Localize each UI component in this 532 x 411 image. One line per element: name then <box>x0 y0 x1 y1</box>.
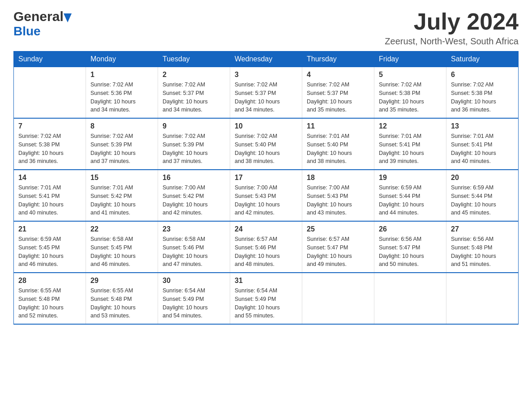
day-cell: 29Sunrise: 6:55 AM Sunset: 5:48 PM Dayli… <box>86 273 158 324</box>
day-cell <box>446 273 519 324</box>
day-cell: 10Sunrise: 7:02 AM Sunset: 5:40 PM Dayli… <box>230 118 302 170</box>
day-cell: 6Sunrise: 7:02 AM Sunset: 5:38 PM Daylig… <box>446 67 519 119</box>
day-info: Sunrise: 7:02 AM Sunset: 5:38 PM Dayligh… <box>18 132 81 166</box>
day-cell: 5Sunrise: 7:02 AM Sunset: 5:38 PM Daylig… <box>374 67 446 119</box>
day-info: Sunrise: 7:02 AM Sunset: 5:39 PM Dayligh… <box>90 132 153 166</box>
col-header-thursday: Thursday <box>302 51 374 67</box>
day-number: 1 <box>90 71 153 79</box>
day-cell <box>302 273 374 324</box>
day-info: Sunrise: 7:02 AM Sunset: 5:38 PM Dayligh… <box>379 81 442 114</box>
day-info: Sunrise: 6:55 AM Sunset: 5:48 PM Dayligh… <box>90 287 153 320</box>
day-cell: 18Sunrise: 7:00 AM Sunset: 5:43 PM Dayli… <box>302 170 374 221</box>
day-info: Sunrise: 7:01 AM Sunset: 5:42 PM Dayligh… <box>90 184 153 217</box>
day-cell: 2Sunrise: 7:02 AM Sunset: 5:37 PM Daylig… <box>158 67 230 119</box>
header-right: July 2024 Zeerust, North-West, South Afr… <box>385 9 519 47</box>
col-header-sunday: Sunday <box>14 51 86 67</box>
day-cell: 9Sunrise: 7:02 AM Sunset: 5:39 PM Daylig… <box>158 118 230 170</box>
day-info: Sunrise: 6:59 AM Sunset: 5:45 PM Dayligh… <box>18 235 81 269</box>
day-info: Sunrise: 6:57 AM Sunset: 5:46 PM Dayligh… <box>235 235 297 269</box>
day-number: 2 <box>163 71 225 79</box>
day-info: Sunrise: 7:00 AM Sunset: 5:42 PM Dayligh… <box>163 184 225 217</box>
svg-marker-0 <box>64 13 72 22</box>
day-number: 15 <box>90 174 153 182</box>
day-info: Sunrise: 7:01 AM Sunset: 5:41 PM Dayligh… <box>18 184 81 217</box>
day-info: Sunrise: 6:59 AM Sunset: 5:44 PM Dayligh… <box>379 184 442 217</box>
day-number: 4 <box>307 71 369 79</box>
day-number: 10 <box>235 122 297 130</box>
week-row-2: 7Sunrise: 7:02 AM Sunset: 5:38 PM Daylig… <box>14 118 519 170</box>
day-number: 5 <box>379 71 442 79</box>
day-info: Sunrise: 7:01 AM Sunset: 5:41 PM Dayligh… <box>451 132 514 166</box>
day-number: 26 <box>379 225 442 233</box>
day-cell: 4Sunrise: 7:02 AM Sunset: 5:37 PM Daylig… <box>302 67 374 119</box>
day-info: Sunrise: 7:01 AM Sunset: 5:41 PM Dayligh… <box>379 132 442 166</box>
month-year-title: July 2024 <box>385 9 519 34</box>
logo-general-text: General <box>13 9 64 24</box>
day-info: Sunrise: 7:01 AM Sunset: 5:40 PM Dayligh… <box>307 132 369 166</box>
day-cell: 27Sunrise: 6:56 AM Sunset: 5:48 PM Dayli… <box>446 221 519 273</box>
location-subtitle: Zeerust, North-West, South Africa <box>385 36 519 47</box>
day-info: Sunrise: 7:02 AM Sunset: 5:40 PM Dayligh… <box>235 132 297 166</box>
logo-blue-text: Blue <box>13 24 41 39</box>
day-info: Sunrise: 6:57 AM Sunset: 5:47 PM Dayligh… <box>307 235 369 269</box>
day-number: 22 <box>90 225 153 233</box>
day-number: 20 <box>451 174 514 182</box>
day-cell: 3Sunrise: 7:02 AM Sunset: 5:37 PM Daylig… <box>230 67 302 119</box>
logo-triangle-icon <box>64 13 72 22</box>
week-row-5: 28Sunrise: 6:55 AM Sunset: 5:48 PM Dayli… <box>14 273 519 324</box>
day-info: Sunrise: 7:02 AM Sunset: 5:37 PM Dayligh… <box>235 81 297 114</box>
col-header-friday: Friday <box>374 51 446 67</box>
day-number: 8 <box>90 122 153 130</box>
day-cell: 11Sunrise: 7:01 AM Sunset: 5:40 PM Dayli… <box>302 118 374 170</box>
day-number: 30 <box>163 277 225 285</box>
day-cell: 14Sunrise: 7:01 AM Sunset: 5:41 PM Dayli… <box>14 170 86 221</box>
day-number: 18 <box>307 174 369 182</box>
day-number: 6 <box>451 71 514 79</box>
day-cell: 23Sunrise: 6:58 AM Sunset: 5:46 PM Dayli… <box>158 221 230 273</box>
day-info: Sunrise: 7:02 AM Sunset: 5:38 PM Dayligh… <box>451 81 514 114</box>
day-cell: 8Sunrise: 7:02 AM Sunset: 5:39 PM Daylig… <box>86 118 158 170</box>
day-cell: 22Sunrise: 6:58 AM Sunset: 5:45 PM Dayli… <box>86 221 158 273</box>
day-cell: 24Sunrise: 6:57 AM Sunset: 5:46 PM Dayli… <box>230 221 302 273</box>
day-cell: 19Sunrise: 6:59 AM Sunset: 5:44 PM Dayli… <box>374 170 446 221</box>
day-cell: 26Sunrise: 6:56 AM Sunset: 5:47 PM Dayli… <box>374 221 446 273</box>
page-header: General Blue July 2024 Zeerust, North-We… <box>13 9 519 47</box>
day-info: Sunrise: 7:02 AM Sunset: 5:39 PM Dayligh… <box>163 132 225 166</box>
day-number: 21 <box>18 225 81 233</box>
day-cell: 7Sunrise: 7:02 AM Sunset: 5:38 PM Daylig… <box>14 118 86 170</box>
day-number: 3 <box>235 71 297 79</box>
day-cell: 1Sunrise: 7:02 AM Sunset: 5:36 PM Daylig… <box>86 67 158 119</box>
day-cell: 12Sunrise: 7:01 AM Sunset: 5:41 PM Dayli… <box>374 118 446 170</box>
day-cell: 21Sunrise: 6:59 AM Sunset: 5:45 PM Dayli… <box>14 221 86 273</box>
col-header-wednesday: Wednesday <box>230 51 302 67</box>
week-row-4: 21Sunrise: 6:59 AM Sunset: 5:45 PM Dayli… <box>14 221 519 273</box>
day-info: Sunrise: 7:02 AM Sunset: 5:37 PM Dayligh… <box>307 81 369 114</box>
day-number: 17 <box>235 174 297 182</box>
calendar-header-row: SundayMondayTuesdayWednesdayThursdayFrid… <box>14 51 519 67</box>
col-header-saturday: Saturday <box>446 51 519 67</box>
day-number: 29 <box>90 277 153 285</box>
day-cell: 20Sunrise: 6:59 AM Sunset: 5:44 PM Dayli… <box>446 170 519 221</box>
day-cell <box>374 273 446 324</box>
day-cell <box>14 67 86 119</box>
day-number: 11 <box>307 122 369 130</box>
day-number: 9 <box>163 122 225 130</box>
day-number: 13 <box>451 122 514 130</box>
day-number: 25 <box>307 225 369 233</box>
day-number: 16 <box>163 174 225 182</box>
logo: General Blue <box>13 9 72 39</box>
day-number: 24 <box>235 225 297 233</box>
day-info: Sunrise: 7:00 AM Sunset: 5:43 PM Dayligh… <box>235 184 297 217</box>
day-info: Sunrise: 6:56 AM Sunset: 5:47 PM Dayligh… <box>379 235 442 269</box>
day-cell: 17Sunrise: 7:00 AM Sunset: 5:43 PM Dayli… <box>230 170 302 221</box>
week-row-1: 1Sunrise: 7:02 AM Sunset: 5:36 PM Daylig… <box>14 67 519 119</box>
day-info: Sunrise: 6:58 AM Sunset: 5:45 PM Dayligh… <box>90 235 153 269</box>
day-number: 12 <box>379 122 442 130</box>
day-cell: 31Sunrise: 6:54 AM Sunset: 5:49 PM Dayli… <box>230 273 302 324</box>
day-cell: 13Sunrise: 7:01 AM Sunset: 5:41 PM Dayli… <box>446 118 519 170</box>
day-number: 19 <box>379 174 442 182</box>
calendar-table: SundayMondayTuesdayWednesdayThursdayFrid… <box>13 51 519 325</box>
col-header-monday: Monday <box>86 51 158 67</box>
day-info: Sunrise: 6:58 AM Sunset: 5:46 PM Dayligh… <box>163 235 225 269</box>
day-info: Sunrise: 7:02 AM Sunset: 5:37 PM Dayligh… <box>163 81 225 114</box>
